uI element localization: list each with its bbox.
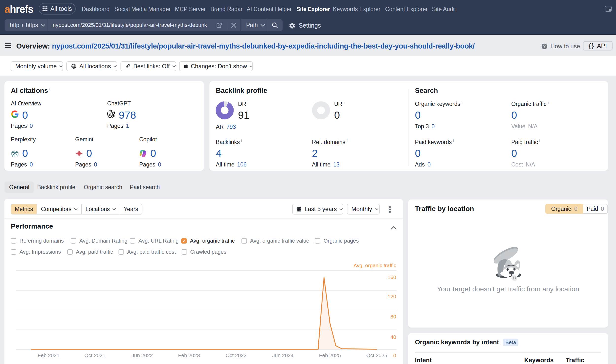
svg-text:120: 120 — [388, 294, 396, 299]
svg-text:0: 0 — [393, 353, 396, 358]
svg-text:Oct 2023: Oct 2023 — [225, 352, 246, 358]
svg-text:Feb 2021: Feb 2021 — [38, 352, 60, 358]
svg-text:Oct 2021: Oct 2021 — [84, 352, 105, 358]
svg-text:80: 80 — [391, 314, 396, 319]
svg-text:160: 160 — [388, 274, 396, 280]
svg-text:Oct 2025: Oct 2025 — [366, 352, 387, 358]
svg-text:Jun 2024: Jun 2024 — [272, 352, 294, 358]
svg-text:Feb 2025: Feb 2025 — [319, 352, 341, 358]
svg-text:Jun 2022: Jun 2022 — [132, 352, 153, 358]
svg-text:40: 40 — [391, 334, 396, 340]
svg-text:Feb 2023: Feb 2023 — [178, 352, 200, 358]
